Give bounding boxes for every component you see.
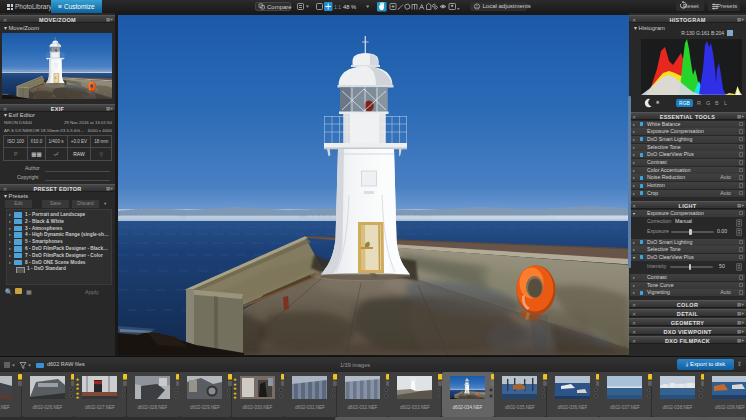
svg-text:1:1: 1:1 (334, 4, 341, 10)
svg-text:48 %: 48 % (343, 4, 356, 10)
